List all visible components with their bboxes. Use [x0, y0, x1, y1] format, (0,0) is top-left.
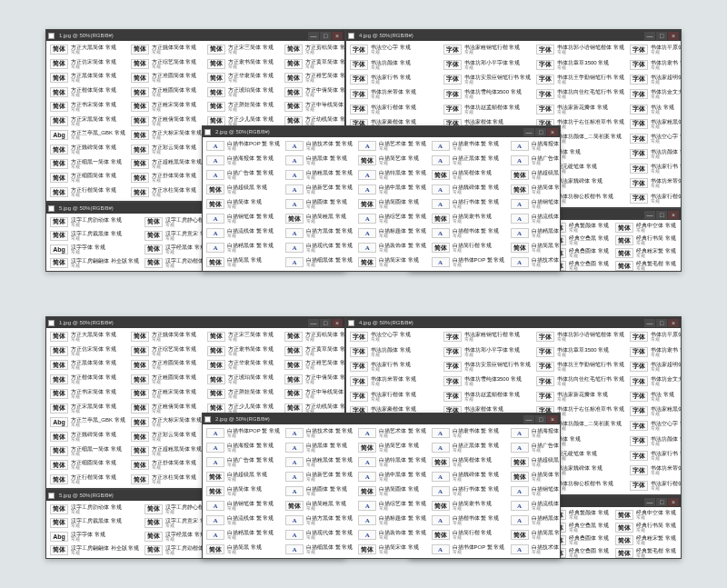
- font-row[interactable]: 简体 方正黑体简体 常规 常规: [50, 359, 125, 371]
- font-row[interactable]: 简体 方正行楷简体 常规 常规: [50, 473, 125, 485]
- titlebar[interactable]: 4.jpg @ 50%(RGB/8#) — □ ×: [346, 30, 681, 41]
- font-row[interactable]: 简体 方正粗宋简体 常规 常规: [131, 388, 203, 400]
- font-row[interactable]: 简体 方正细黑一简体 常规 常规: [50, 158, 125, 170]
- font-row[interactable]: 字体 书法家行楷体 常规 常规: [350, 390, 438, 402]
- font-row[interactable]: A 白描特黑体 繁 常规 常规: [358, 169, 425, 181]
- font-row[interactable]: A 白描装饰体 繁 常规 常规: [358, 529, 425, 541]
- font-row[interactable]: A 白描艺术体 繁 常规 常规: [358, 140, 425, 152]
- close-button[interactable]: ×: [668, 498, 679, 506]
- font-row[interactable]: A 白描方黑体 繁 常规 常规: [285, 227, 353, 239]
- close-button[interactable]: ×: [668, 319, 679, 327]
- font-row[interactable]: 字体 书体坊雪纯体3500 常规 常规: [443, 375, 532, 387]
- font-row[interactable]: Abg 汉字字体 常规 常规: [50, 531, 139, 542]
- minimize-button[interactable]: —: [523, 415, 534, 424]
- font-row[interactable]: 字体 书体坊安景臣钢笔行书 常规 常规: [443, 361, 532, 373]
- font-row[interactable]: 字体 书法空心字 常规 常规: [350, 331, 438, 343]
- font-row[interactable]: 字体 书法家粗钢笔行楷 常规 常规: [443, 331, 532, 343]
- font-row[interactable]: 简体 汉字工房韵动体 常规 常规: [50, 216, 139, 227]
- font-row[interactable]: 字体 书法家粗黑体 常规 常规: [630, 118, 681, 130]
- font-row[interactable]: 字体 书法空心字 常规 常规: [630, 420, 681, 432]
- font-row[interactable]: 简体 方正舒体简体 常规 常规: [131, 173, 203, 184]
- font-row[interactable]: A 白描标题体 繁 常规 常规: [358, 514, 425, 526]
- font-row[interactable]: A 白描圆体 繁 常规 常规: [285, 485, 353, 497]
- close-button[interactable]: ×: [547, 128, 558, 136]
- font-row[interactable]: 字体 书体坊章草3500 常规 常规: [536, 345, 624, 357]
- font-row[interactable]: 简体 白描简粗黑 常规 常规: [285, 500, 353, 512]
- font-row[interactable]: A 白描中黑体 繁 常规 常规: [358, 184, 425, 195]
- font-row[interactable]: A 白描综艺体 繁 常规 常规: [358, 213, 425, 224]
- font-row[interactable]: 简体 方正细圆简体 常规 常规: [50, 173, 125, 184]
- minimize-button[interactable]: —: [308, 319, 319, 327]
- font-row[interactable]: 字体 书体坊郭小语钢笔楷体 常规 常规: [536, 331, 624, 343]
- minimize-button[interactable]: —: [644, 32, 655, 40]
- font-row[interactable]: 简体 方正细圆简体 常规 常规: [50, 460, 125, 472]
- font-row[interactable]: 简体 方正宋三简体 常规 常规: [207, 44, 279, 55]
- font-row[interactable]: 简体 方正剪纸简体 常规 常规: [284, 331, 344, 343]
- font-row[interactable]: 简体 方正大黑简体 常规 常规: [50, 44, 125, 55]
- font-row[interactable]: 字体 书体坊赵孟頫楷体 常规 常规: [443, 390, 532, 402]
- font-row[interactable]: A 白描正黑体 繁 常规 常规: [432, 442, 505, 453]
- titlebar[interactable]: 4.jpg @ 50%(RGB/8#) — □ ×: [346, 317, 681, 328]
- font-row[interactable]: Abg 汉字字体 常规 常规: [50, 244, 139, 254]
- font-row[interactable]: 字体 书体坊郭小语钢笔楷体 常规 常规: [536, 44, 624, 55]
- font-row[interactable]: 简体 方正粗宋简体 常规 常规: [131, 101, 203, 113]
- font-row[interactable]: 字体 书体坊赵孟頫楷体 常规 常规: [443, 103, 532, 115]
- font-row[interactable]: A 白描黑体 繁 常规 常规: [285, 442, 353, 453]
- font-row[interactable]: 简体 方正大标宋简体 常规 常规: [131, 416, 203, 428]
- font-row[interactable]: 字体 书法家超明体 常规 常规: [630, 361, 681, 373]
- font-row[interactable]: 简体 方正超粗黑简体 常规 常规: [131, 445, 203, 457]
- font-row[interactable]: A 白描广告体 繁 常规 常规: [511, 154, 561, 166]
- font-row[interactable]: 简体 白描简宋体 常规 常规: [358, 543, 425, 555]
- font-row[interactable]: 简体 方正行楷简体 常规 常规: [50, 186, 125, 198]
- font-row[interactable]: 简体 方正书宋简体 常规 常规: [50, 388, 125, 400]
- font-row[interactable]: A 白描钢笔体 繁 常规 常规: [511, 198, 561, 210]
- font-row[interactable]: 字体 书体坊平原体3000 常规 常规: [630, 44, 681, 55]
- font-row[interactable]: 简体 白描简楷体 常规 常规: [432, 456, 505, 468]
- font-row[interactable]: A 白描魏碑体 繁 常规 常规: [432, 184, 505, 195]
- font-row[interactable]: A 白描精黑体 繁 常规 常规: [206, 529, 280, 541]
- font-row[interactable]: A 白描细黑体 繁 常规 常规: [285, 256, 353, 268]
- font-row[interactable]: A 白描流线体 繁 常规 常规: [511, 213, 561, 224]
- font-row[interactable]: A 白描粗黑体 繁 常规 常规: [285, 169, 353, 181]
- font-row[interactable]: 简体 方正中倩简体 常规 常规: [284, 374, 344, 385]
- font-row[interactable]: 简体 白描简行楷 常规 常规: [432, 529, 505, 541]
- font-row[interactable]: 简体 白描超级黑 常规 常规: [511, 169, 561, 181]
- font-row[interactable]: 简体 汉字工房翩翩体 补全版 常规 常规: [50, 257, 139, 268]
- font-row[interactable]: A 白描新艺体 繁 常规 常规: [285, 471, 353, 483]
- font-row[interactable]: 字体 书体坊雪纯体3500 常规 常规: [443, 88, 532, 100]
- maximize-button[interactable]: □: [535, 128, 546, 136]
- font-row[interactable]: 简体 方正宋黑简体 常规 常规: [50, 115, 125, 127]
- font-row[interactable]: 字体 书体坊米芾体 常规 常规: [630, 464, 681, 476]
- font-row[interactable]: A 白描流线体 繁 常规 常规: [206, 227, 280, 239]
- font-row[interactable]: 简体 方正黑体简体 常规 常规: [50, 72, 125, 84]
- font-row[interactable]: 字体 书体坊平原体3000 常规 常规: [630, 331, 681, 343]
- font-row[interactable]: 字体 书体坊向佳红毛笔行书 常规 常规: [536, 375, 624, 387]
- font-row[interactable]: 简体 汉字工房裁黑体 常规 常规: [50, 230, 139, 241]
- font-row[interactable]: 简体 白描简体 常规 常规: [511, 184, 561, 195]
- font-row[interactable]: 字体 书法空心字 常规 常规: [350, 44, 438, 55]
- font-row[interactable]: A 白描精黑体 繁 常规 常规: [511, 227, 561, 239]
- close-button[interactable]: ×: [547, 415, 558, 424]
- font-row[interactable]: 简体 经典中空体 常规 常规: [615, 510, 677, 520]
- font-row[interactable]: A 白描黑体 繁 常规 常规: [285, 154, 353, 166]
- font-row[interactable]: A 白描海报体 繁 常规 常规: [511, 140, 561, 152]
- font-row[interactable]: 简体 白描简体 常规 常规: [206, 198, 280, 210]
- font-row[interactable]: A 白描书体POP 繁 常规 常规: [432, 256, 505, 268]
- font-row[interactable]: 字体 书体坊金文大篆 常规 常规: [630, 375, 681, 387]
- font-row[interactable]: A 白描海报体 繁 常规 常规: [206, 442, 280, 453]
- maximize-button[interactable]: □: [656, 319, 667, 327]
- font-row[interactable]: A 白描书体POP 繁 常规 常规: [206, 140, 280, 152]
- close-button[interactable]: ×: [332, 32, 343, 40]
- font-row[interactable]: 简体 方正仿宋简体 常规 常规: [50, 58, 125, 70]
- font-row[interactable]: 简体 方正粗倩简体 常规 常规: [131, 115, 203, 127]
- font-row[interactable]: A 白描广告体 繁 常规 常规: [206, 456, 280, 468]
- font-row[interactable]: 简体 白描简宋体 常规 常规: [358, 256, 425, 268]
- font-row[interactable]: 简体 方正宋三简体 常规 常规: [207, 331, 279, 343]
- font-row[interactable]: 简体 白描简黑 常规 常规: [511, 242, 561, 254]
- minimize-button[interactable]: —: [644, 211, 655, 219]
- font-row[interactable]: Abg 方正兰亭黑_GBK 常规 常规: [50, 129, 125, 141]
- font-row[interactable]: 字体 书法空心字 常规 常规: [630, 133, 681, 145]
- font-row[interactable]: 简体 方正水柱简体 常规 常规: [131, 186, 203, 198]
- font-row[interactable]: 简体 白描超级黑 常规 常规: [206, 184, 280, 195]
- font-row[interactable]: 简体 方正剪纸简体 常规 常规: [284, 44, 344, 55]
